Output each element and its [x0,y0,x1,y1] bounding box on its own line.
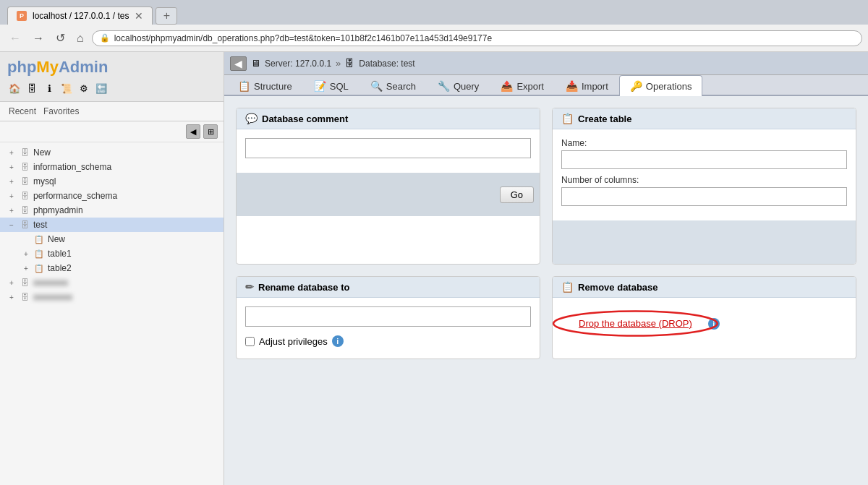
app-container: phpMyAdmin 🏠 🗄 ℹ 📜 ⚙ 🔚 Recent Favorites … [0,52,868,485]
rename-body: Adjust privileges i [237,298,540,359]
table-name-input[interactable] [561,150,847,169]
sidebar-tree: + 🗄 New + 🗄 information_schema + 🗄 mysql… [0,142,224,485]
sidebar-item-information-schema[interactable]: + 🗄 information_schema [0,160,224,174]
sidebar-item-performance-schema[interactable]: + 🗄 performance_schema [0,189,224,203]
table-icon: 📋 [33,262,45,274]
expand-icon: + [6,277,17,288]
new-tab-button[interactable]: + [156,7,177,25]
export-tab-label: Export [516,81,544,92]
forward-button[interactable]: → [29,30,48,46]
logo-my: My [36,58,59,76]
tab-title: localhost / 127.0.0.1 / tes [33,11,129,21]
sidebar-item-test[interactable]: − 🗄 test [0,218,224,232]
home-button[interactable]: ⌂ [73,30,88,46]
tab-query[interactable]: 🔧 Query [427,75,490,96]
sidebar-item-phpmyadmin[interactable]: + 🗄 phpmyadmin [0,203,224,218]
sidebar-item-table2[interactable]: + 📋 table2 [0,261,224,275]
address-text: localhost/phpmyadmin/db_operations.php?d… [114,33,492,43]
db-icon: 🗄 [19,205,30,216]
go-button[interactable]: Go [500,186,534,203]
remove-body: Drop the database (DROP) i [553,298,856,349]
tab-import[interactable]: 📥 Import [555,75,619,96]
expand-icon: + [6,190,17,202]
main-content: ◀ 🖥 Server: 127.0.0.1 » 🗄 Database: test… [224,52,868,485]
breadcrumb-database: Database: test [359,59,414,69]
name-row: Name: [561,138,847,169]
remove-panel: 📋 Remove database Drop the database (DRO… [552,276,856,359]
remove-icon: 📋 [561,281,574,293]
table-icon: 📋 [33,233,45,245]
reload-button[interactable]: ↺ [52,30,69,46]
rename-title: Rename database to [258,282,349,293]
sidebar-item-label: table2 [48,263,72,273]
columns-label: Number of columns: [561,175,847,185]
name-label: Name: [561,138,847,148]
expand-button[interactable]: ⊞ [203,124,218,139]
favorites-button[interactable]: Favorites [41,105,82,118]
operations-tab-icon: 🔑 [630,80,642,92]
expand-icon: + [6,205,17,216]
tab-search[interactable]: 🔍 Search [359,75,427,96]
sidebar-item-test-new[interactable]: 📋 New [0,232,224,246]
import-tab-icon: 📥 [566,80,578,92]
sidebar-item-label: performance_schema [33,191,117,201]
drop-ellipse-svg [567,312,704,335]
db-comment-input[interactable] [245,138,531,158]
comment-icon: 💬 [245,113,258,124]
breadcrumb-toggle[interactable]: ◀ [230,56,247,71]
history-icon[interactable]: 📜 [59,81,74,95]
db-icon: 🗄 [19,219,30,231]
sql-tab-label: SQL [330,81,349,92]
expand-icon: + [20,262,32,274]
create-table-title: Create table [578,113,631,124]
expand-icon: + [6,291,17,303]
expand-icon [20,233,32,245]
structure-tab-icon: 📋 [238,80,250,92]
query-tab-icon: 🔧 [438,80,450,92]
columns-input[interactable]: 4 [561,187,847,206]
adjust-info-icon[interactable]: i [332,335,344,347]
tab-structure[interactable]: 📋 Structure [227,75,303,96]
columns-row: Number of columns: 4 [561,175,847,206]
sidebar-item-blurred-1[interactable]: + 🗄 xxxxxxxx [0,275,224,290]
adjust-privileges-checkbox[interactable] [245,337,255,346]
sidebar-item-label: xxxxxxxx [33,278,68,288]
sidebar-item-blurred-2[interactable]: + 🗄 xxxxxxxxx [0,290,224,304]
back-button[interactable]: ← [6,30,25,46]
recent-button[interactable]: Recent [6,105,39,118]
home-icon[interactable]: 🏠 [7,81,22,95]
breadcrumb-separator: » [336,58,341,69]
operations-tab-label: Operations [646,81,692,92]
rename-icon: ✏ [245,281,254,293]
sidebar-item-table1[interactable]: + 📋 table1 [0,246,224,261]
db-comment-panel: 💬 Database comment Go [236,108,540,265]
db-icon[interactable]: 🗄 [25,81,39,95]
adjust-privileges-label: Adjust privileges [259,336,328,347]
sidebar-item-new-root[interactable]: + 🗄 New [0,145,224,160]
expand-icon: + [6,147,17,158]
tab-operations[interactable]: 🔑 Operations [619,75,703,96]
rename-input[interactable] [245,306,531,327]
tab-close-button[interactable]: ✕ [135,10,143,22]
logout-icon[interactable]: 🔚 [94,81,109,95]
server-icon: 🖥 [251,58,260,69]
expand-icon: + [6,161,17,173]
drop-container: Drop the database (DROP) i [561,306,847,340]
sidebar-item-label: New [33,147,51,158]
tab-sql[interactable]: 📝 SQL [303,75,359,96]
sidebar: phpMyAdmin 🏠 🗄 ℹ 📜 ⚙ 🔚 Recent Favorites … [0,52,224,485]
sidebar-item-label: mysql [33,176,56,186]
address-bar[interactable]: 🔒 localhost/phpmyadmin/db_operations.php… [92,30,862,46]
sidebar-item-label: xxxxxxxxx [33,292,72,302]
db-comment-title: Database comment [262,113,348,124]
content-area: 💬 Database comment Go 📋 Create table [224,96,868,485]
tab-export[interactable]: 📤 Export [490,75,555,96]
settings-icon[interactable]: ⚙ [77,81,91,95]
db-icon: 🗄 [19,190,30,202]
info-icon[interactable]: ℹ [42,81,56,95]
sidebar-item-mysql[interactable]: + 🗄 mysql [0,174,224,189]
collapse-button[interactable]: ◀ [186,124,200,139]
browser-tab[interactable]: P localhost / 127.0.0.1 / tes ✕ [7,7,153,25]
db-icon: 🗄 [19,291,30,303]
db-icon: 🗄 [19,147,30,158]
